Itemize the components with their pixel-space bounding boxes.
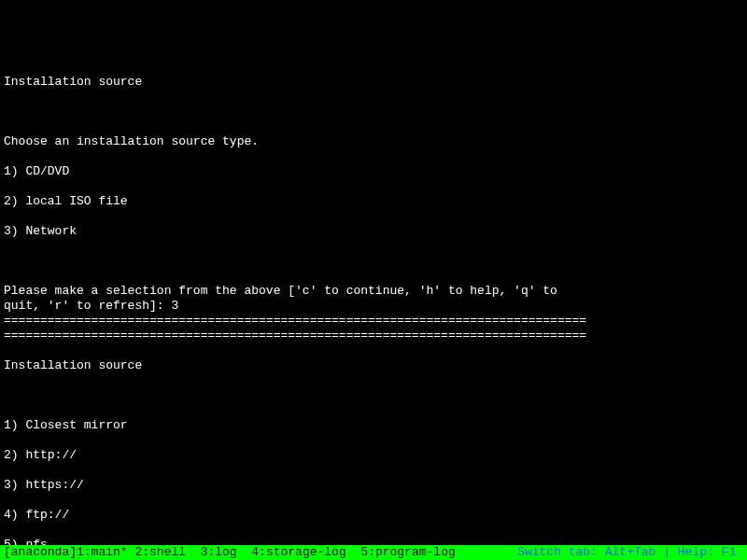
- section1-opt-2[interactable]: 2) local ISO file: [4, 194, 743, 209]
- section2-opt-4[interactable]: 4) ftp://: [4, 508, 743, 523]
- tmux-tabs[interactable]: [anaconda]1:main* 2:shell 3:log 4:storag…: [4, 545, 456, 560]
- section1-title: Installation source: [4, 75, 743, 90]
- section1-prompt: Please make a selection from the above […: [4, 284, 557, 313]
- tab-storage-log[interactable]: 4:storage-log: [251, 545, 345, 559]
- blank: [4, 254, 743, 269]
- section2-opt-2[interactable]: 2) http://: [4, 448, 743, 463]
- help-hint: Switch tab: Alt+Tab | Help: F1: [517, 545, 743, 560]
- blank: [4, 388, 743, 403]
- status-bar: [anaconda]1:main* 2:shell 3:log 4:storag…: [0, 545, 747, 560]
- divider: ========================================…: [4, 314, 743, 343]
- session-name: [anaconda]: [4, 545, 77, 559]
- section1-opt-3[interactable]: 3) Network: [4, 224, 743, 239]
- section2-opt-3[interactable]: 3) https://: [4, 478, 743, 493]
- blank: [4, 105, 743, 119]
- tab-main[interactable]: 1:main*: [77, 545, 128, 559]
- tab-program-log[interactable]: 5:program-log: [360, 545, 455, 559]
- section2-title: Installation source: [4, 358, 743, 373]
- section2-opt-1[interactable]: 1) Closest mirror: [4, 418, 743, 433]
- section1-instruction: Choose an installation source type.: [4, 134, 743, 149]
- tab-shell[interactable]: 2:shell: [134, 545, 186, 559]
- section1-entered[interactable]: 3: [171, 299, 178, 313]
- tab-log[interactable]: 3:log: [201, 545, 237, 559]
- section1-opt-1[interactable]: 1) CD/DVD: [4, 164, 743, 179]
